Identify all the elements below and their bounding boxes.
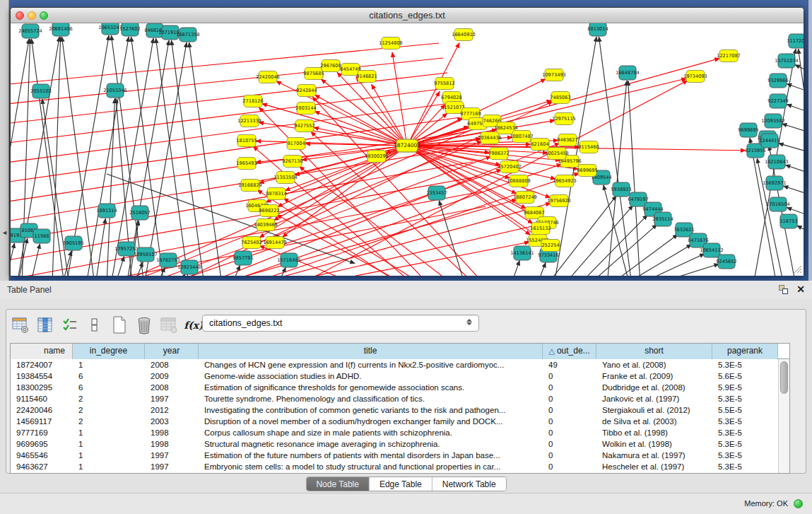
graph-node[interactable]: 8813014 (587, 23, 608, 36)
table-selector-dropdown[interactable]: citations_edges.txt (202, 315, 479, 332)
column-header-out_de[interactable]: △out_de... (543, 344, 596, 359)
graph-node[interactable]: 14136141 (510, 246, 534, 260)
graph-node[interactable]: 20364436 (478, 132, 502, 144)
table-cell[interactable]: Corpus callosum shape and size in male p… (199, 427, 543, 438)
graph-node[interactable]: 1965493 (236, 158, 257, 170)
table-cell[interactable]: 5.3E-5 (712, 461, 778, 472)
graph-node[interactable]: 22420046 (256, 71, 280, 83)
graph-node[interactable]: 15720407 (498, 161, 522, 173)
table-cell[interactable]: 9115460 (11, 393, 73, 404)
table-row[interactable]: 1872400712008Changes of HCN gene express… (11, 359, 789, 370)
table-cell[interactable]: 1 (73, 461, 145, 472)
graph-node[interactable]: 19654923 (553, 175, 577, 187)
graph-node[interactable]: 17016504 (766, 197, 790, 211)
graph-node[interactable]: 7986372 (488, 148, 509, 160)
graph-node[interactable]: 16210643 (765, 155, 789, 169)
collapse-panel-arrow[interactable]: ◄ (1, 229, 8, 236)
graph-node[interactable]: 14039469 (254, 219, 278, 231)
rows-icon[interactable] (86, 315, 104, 335)
graph-node[interactable]: 12975115 (552, 113, 576, 125)
table-cell[interactable]: 0 (543, 450, 596, 461)
graph-node[interactable]: 18300295 (365, 151, 389, 163)
graph-node[interactable]: 18807249 (513, 192, 537, 204)
graph-node[interactable]: 5938923 (611, 182, 631, 197)
table-cell[interactable]: 2009 (145, 370, 199, 382)
graph-node[interactable]: 15692971 (763, 176, 787, 190)
table-cell[interactable]: 0 (543, 427, 596, 438)
table-cell[interactable]: 1998 (145, 438, 199, 450)
graph-node[interactable]: 10973493 (542, 69, 566, 81)
network-graph[interactable]: 2405572420691406106532471527602846616010… (11, 23, 804, 276)
graph-node[interactable]: 11353504 (273, 172, 298, 184)
table-cell[interactable]: 14569117 (11, 416, 73, 427)
table-cell[interactable]: 2003 (145, 416, 199, 427)
graph-node[interactable]: 9227349 (767, 94, 788, 108)
graph-node[interactable]: 1615132 (530, 223, 551, 235)
table-cell[interactable]: 0 (543, 416, 596, 427)
delete-icon[interactable] (135, 315, 153, 335)
table-cell[interactable]: 9465546 (11, 450, 73, 461)
import-table-icon[interactable] (160, 315, 178, 335)
table-cell[interactable]: Disruption of a novel member of a sodium… (199, 416, 543, 427)
table-cell[interactable]: Jankovic et al. (1997) (596, 393, 712, 404)
graph-node[interactable]: 21053346 (103, 83, 127, 98)
table-cell[interactable]: Investigating the contribution of common… (199, 404, 543, 416)
table-scrollbar[interactable] (778, 359, 789, 473)
table-cell[interactable]: 0 (543, 370, 596, 382)
table-cell[interactable]: 2 (73, 393, 145, 404)
graph-node[interactable]: 15716485 (277, 253, 301, 267)
graph-node[interactable]: 5905195 (63, 236, 83, 250)
graph-node[interactable]: 1353457 (426, 186, 447, 200)
graph-node[interactable]: 16648784 (616, 66, 640, 80)
graph-node[interactable]: 10653247 (98, 23, 122, 35)
table-cell[interactable]: Dudbridge et al. (2008) (596, 382, 712, 393)
table-cell[interactable]: Stergiakouli et al. (2012) (596, 404, 712, 416)
network-view-window[interactable]: citations_edges.txt 24055724206914061065… (10, 7, 804, 276)
table-cell[interactable]: 1 (73, 427, 145, 438)
graph-node[interactable]: 1810755 (236, 135, 257, 147)
table-cell[interactable]: 5.9E-5 (712, 382, 778, 393)
graph-node[interactable]: 16671358 (176, 28, 200, 42)
table-cell[interactable]: 2 (73, 404, 145, 416)
function-builder-icon[interactable]: f(x) (184, 315, 203, 335)
graph-node[interactable]: 8878314 (266, 188, 286, 200)
graph-node[interactable]: 11254808 (379, 37, 403, 49)
table-cell[interactable]: 2008 (145, 382, 199, 393)
table-cell[interactable]: 1998 (145, 427, 199, 438)
table-cell[interactable]: 5.3E-5 (712, 393, 778, 404)
graph-node[interactable]: 10958107 (134, 247, 158, 262)
column-header-short[interactable]: short (596, 344, 712, 359)
table-row[interactable]: 1938455462009Genome-wide association stu… (11, 370, 789, 382)
graph-node[interactable]: 9242844 (296, 85, 317, 97)
graph-node[interactable]: 917004 (287, 138, 305, 150)
table-cell[interactable]: Nakamura et al. (1997) (596, 450, 712, 461)
table-row[interactable]: 1456911722003Disruption of a novel membe… (11, 416, 789, 427)
memory-status-indicator[interactable] (794, 499, 803, 508)
graph-node[interactable]: 116753 (779, 214, 797, 228)
table-cell[interactable]: 2012 (145, 404, 199, 416)
table-row[interactable]: 2242004622012Investigating the contribut… (11, 404, 789, 416)
table-cell[interactable]: 9699695 (11, 438, 73, 450)
graph-node[interactable]: 1244415 (759, 134, 779, 148)
table-row[interactable]: 946554611997Estimation of the future num… (11, 450, 789, 461)
table-cell[interactable]: 5.6E-5 (712, 370, 778, 382)
graph-node[interactable]: 18724007 (394, 139, 420, 152)
close-panel-icon[interactable]: ✕ (796, 283, 805, 296)
network-canvas[interactable]: 2405572420691406106532471527602846616010… (11, 23, 804, 276)
table-cell[interactable]: 1 (73, 450, 145, 461)
graph-node[interactable]: 252254 (541, 240, 560, 252)
column-header-year[interactable]: year (145, 344, 199, 359)
table-cell[interactable]: Structural magnetic resonance image aver… (199, 438, 543, 450)
table-cell[interactable]: 9463627 (11, 461, 73, 472)
table-cell[interactable]: Wolkin et al. (1998) (596, 438, 712, 450)
graph-node[interactable]: 10807487 (510, 131, 534, 143)
graph-node[interactable]: 16640910 (452, 29, 476, 41)
graph-node[interactable]: 24055724 (18, 24, 42, 38)
graph-node[interactable]: 10888809 (507, 175, 531, 187)
graph-node[interactable]: 11568 (33, 229, 50, 243)
table-cell[interactable]: 1997 (145, 450, 199, 461)
graph-node[interactable]: 12923448 (177, 260, 201, 274)
graph-node[interactable]: 9698222 (259, 205, 279, 217)
graph-node[interactable]: 9699695 (738, 123, 758, 137)
table-cell[interactable]: 1 (73, 359, 145, 370)
